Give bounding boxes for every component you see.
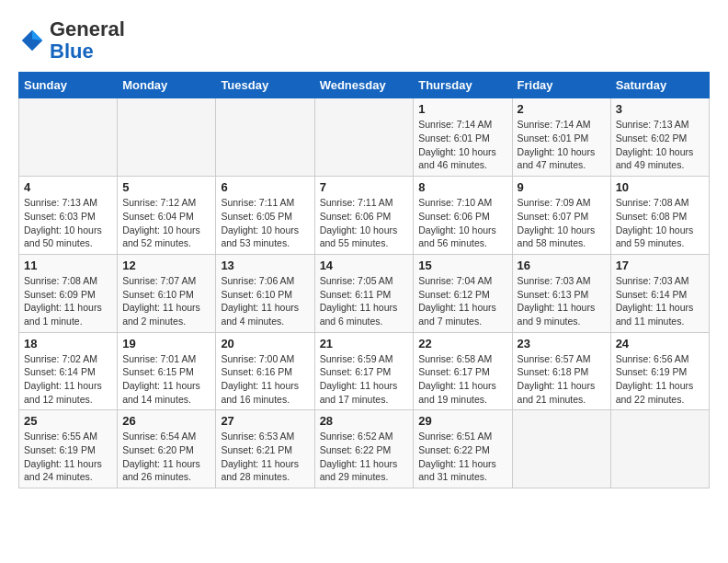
day-detail: Sunrise: 6:58 AM Sunset: 6:17 PM Dayligh… — [418, 352, 506, 407]
day-detail: Sunrise: 6:51 AM Sunset: 6:22 PM Dayligh… — [418, 430, 506, 484]
day-number: 4 — [24, 180, 112, 194]
day-cell: 29Sunrise: 6:51 AM Sunset: 6:22 PM Dayli… — [414, 410, 512, 488]
day-cell — [216, 98, 314, 177]
day-cell: 28Sunrise: 6:52 AM Sunset: 6:22 PM Dayli… — [314, 410, 414, 488]
day-number: 9 — [518, 180, 606, 194]
day-number: 18 — [24, 337, 112, 350]
header-cell-wednesday: Wednesday — [314, 73, 414, 98]
day-number: 6 — [221, 180, 309, 194]
calendar-table: SundayMondayTuesdayWednesdayThursdayFrid… — [18, 72, 710, 488]
page-header: General Blue — [18, 18, 710, 63]
day-number: 26 — [122, 414, 210, 428]
day-detail: Sunrise: 7:04 AM Sunset: 6:12 PM Dayligh… — [418, 274, 506, 328]
day-cell: 17Sunrise: 7:03 AM Sunset: 6:14 PM Dayli… — [610, 254, 709, 332]
day-detail: Sunrise: 7:03 AM Sunset: 6:14 PM Dayligh… — [616, 274, 704, 328]
header-cell-friday: Friday — [512, 73, 610, 98]
day-detail: Sunrise: 7:03 AM Sunset: 6:13 PM Dayligh… — [518, 274, 606, 328]
day-number: 19 — [122, 337, 210, 350]
day-detail: Sunrise: 6:53 AM Sunset: 6:21 PM Dayligh… — [221, 430, 309, 484]
day-number: 25 — [24, 414, 112, 428]
day-number: 5 — [122, 180, 210, 194]
day-detail: Sunrise: 6:54 AM Sunset: 6:20 PM Dayligh… — [122, 430, 210, 484]
logo-icon — [18, 27, 46, 54]
day-cell: 20Sunrise: 7:00 AM Sunset: 6:16 PM Dayli… — [216, 332, 314, 410]
day-detail: Sunrise: 7:14 AM Sunset: 6:01 PM Dayligh… — [518, 118, 606, 172]
day-number: 20 — [221, 337, 309, 350]
day-cell: 3Sunrise: 7:13 AM Sunset: 6:02 PM Daylig… — [610, 98, 709, 177]
day-number: 23 — [518, 337, 606, 350]
day-number: 8 — [418, 180, 506, 194]
header-row: SundayMondayTuesdayWednesdayThursdayFrid… — [19, 73, 710, 98]
day-cell: 14Sunrise: 7:05 AM Sunset: 6:11 PM Dayli… — [314, 254, 414, 332]
day-number: 24 — [616, 337, 704, 350]
day-number: 1 — [418, 102, 506, 116]
day-cell: 10Sunrise: 7:08 AM Sunset: 6:08 PM Dayli… — [610, 177, 709, 255]
header-cell-saturday: Saturday — [610, 73, 709, 98]
day-detail: Sunrise: 7:14 AM Sunset: 6:01 PM Dayligh… — [418, 118, 506, 172]
day-detail: Sunrise: 7:09 AM Sunset: 6:07 PM Dayligh… — [518, 196, 606, 250]
day-detail: Sunrise: 7:08 AM Sunset: 6:09 PM Dayligh… — [24, 274, 112, 328]
day-cell: 6Sunrise: 7:11 AM Sunset: 6:05 PM Daylig… — [216, 177, 314, 255]
day-number: 2 — [518, 102, 606, 116]
day-cell — [610, 410, 709, 488]
day-cell: 11Sunrise: 7:08 AM Sunset: 6:09 PM Dayli… — [19, 254, 118, 332]
day-detail: Sunrise: 7:06 AM Sunset: 6:10 PM Dayligh… — [221, 274, 309, 328]
day-detail: Sunrise: 7:13 AM Sunset: 6:03 PM Dayligh… — [24, 196, 112, 250]
day-cell: 25Sunrise: 6:55 AM Sunset: 6:19 PM Dayli… — [19, 410, 118, 488]
day-cell: 23Sunrise: 6:57 AM Sunset: 6:18 PM Dayli… — [512, 332, 610, 410]
day-number: 28 — [320, 414, 409, 428]
day-cell: 27Sunrise: 6:53 AM Sunset: 6:21 PM Dayli… — [216, 410, 314, 488]
day-cell: 16Sunrise: 7:03 AM Sunset: 6:13 PM Dayli… — [512, 254, 610, 332]
logo: General Blue — [18, 18, 125, 63]
calendar-body: 1Sunrise: 7:14 AM Sunset: 6:01 PM Daylig… — [19, 98, 710, 488]
day-detail: Sunrise: 7:11 AM Sunset: 6:05 PM Dayligh… — [221, 196, 309, 250]
day-detail: Sunrise: 7:05 AM Sunset: 6:11 PM Dayligh… — [320, 274, 409, 328]
day-cell — [118, 98, 216, 177]
day-cell: 26Sunrise: 6:54 AM Sunset: 6:20 PM Dayli… — [118, 410, 216, 488]
day-detail: Sunrise: 7:11 AM Sunset: 6:06 PM Dayligh… — [320, 196, 409, 250]
day-number: 29 — [418, 414, 506, 428]
day-cell: 18Sunrise: 7:02 AM Sunset: 6:14 PM Dayli… — [19, 332, 118, 410]
day-cell: 24Sunrise: 6:56 AM Sunset: 6:19 PM Dayli… — [610, 332, 709, 410]
day-number: 10 — [616, 180, 704, 194]
day-detail: Sunrise: 7:02 AM Sunset: 6:14 PM Dayligh… — [24, 352, 112, 407]
day-cell: 9Sunrise: 7:09 AM Sunset: 6:07 PM Daylig… — [512, 177, 610, 255]
day-cell: 4Sunrise: 7:13 AM Sunset: 6:03 PM Daylig… — [19, 177, 118, 255]
header-cell-sunday: Sunday — [19, 73, 118, 98]
day-cell: 12Sunrise: 7:07 AM Sunset: 6:10 PM Dayli… — [118, 254, 216, 332]
day-number: 14 — [320, 259, 409, 272]
calendar-header: SundayMondayTuesdayWednesdayThursdayFrid… — [19, 73, 710, 98]
day-cell: 1Sunrise: 7:14 AM Sunset: 6:01 PM Daylig… — [414, 98, 512, 177]
week-row-1: 1Sunrise: 7:14 AM Sunset: 6:01 PM Daylig… — [19, 98, 710, 177]
day-detail: Sunrise: 7:12 AM Sunset: 6:04 PM Dayligh… — [122, 196, 210, 250]
day-number: 17 — [616, 259, 704, 272]
day-number: 12 — [122, 259, 210, 272]
day-detail: Sunrise: 6:57 AM Sunset: 6:18 PM Dayligh… — [518, 352, 606, 407]
day-number: 21 — [320, 337, 409, 350]
day-detail: Sunrise: 7:01 AM Sunset: 6:15 PM Dayligh… — [122, 352, 210, 407]
day-number: 15 — [418, 259, 506, 272]
day-cell: 7Sunrise: 7:11 AM Sunset: 6:06 PM Daylig… — [314, 177, 414, 255]
day-number: 7 — [320, 180, 409, 194]
day-cell: 19Sunrise: 7:01 AM Sunset: 6:15 PM Dayli… — [118, 332, 216, 410]
day-number: 22 — [418, 337, 506, 350]
day-detail: Sunrise: 6:59 AM Sunset: 6:17 PM Dayligh… — [320, 352, 409, 407]
day-cell: 8Sunrise: 7:10 AM Sunset: 6:06 PM Daylig… — [414, 177, 512, 255]
svg-marker-1 — [32, 30, 42, 40]
day-detail: Sunrise: 7:08 AM Sunset: 6:08 PM Dayligh… — [616, 196, 704, 250]
day-number: 3 — [616, 102, 704, 116]
day-number: 27 — [221, 414, 309, 428]
header-cell-tuesday: Tuesday — [216, 73, 314, 98]
day-cell: 2Sunrise: 7:14 AM Sunset: 6:01 PM Daylig… — [512, 98, 610, 177]
day-number: 13 — [221, 259, 309, 272]
day-cell — [512, 410, 610, 488]
week-row-3: 11Sunrise: 7:08 AM Sunset: 6:09 PM Dayli… — [19, 254, 710, 332]
day-cell: 15Sunrise: 7:04 AM Sunset: 6:12 PM Dayli… — [414, 254, 512, 332]
day-detail: Sunrise: 7:07 AM Sunset: 6:10 PM Dayligh… — [122, 274, 210, 328]
day-cell: 5Sunrise: 7:12 AM Sunset: 6:04 PM Daylig… — [118, 177, 216, 255]
day-cell — [19, 98, 118, 177]
day-cell: 22Sunrise: 6:58 AM Sunset: 6:17 PM Dayli… — [414, 332, 512, 410]
week-row-5: 25Sunrise: 6:55 AM Sunset: 6:19 PM Dayli… — [19, 410, 710, 488]
day-number: 16 — [518, 259, 606, 272]
day-detail: Sunrise: 7:10 AM Sunset: 6:06 PM Dayligh… — [418, 196, 506, 250]
